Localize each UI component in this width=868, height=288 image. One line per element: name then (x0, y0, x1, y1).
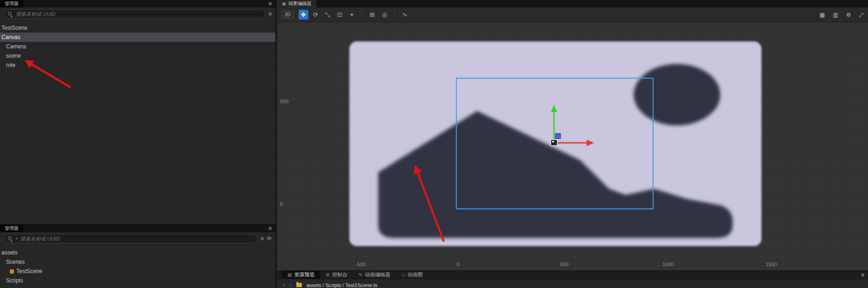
scene-tab-label: 场景编辑器 (288, 0, 312, 7)
hierarchy-tab-label: 管理器 (5, 0, 19, 7)
hierarchy-search-box[interactable] (4, 9, 265, 19)
left-panel: 管理器 ≡ ≡ TestScene Canvas Camera scene (0, 0, 276, 288)
search-filter-dropdown-icon[interactable]: ▾ (16, 237, 18, 241)
node-label: role (6, 62, 15, 68)
animation-graph-icon: ◇ (401, 272, 405, 277)
assets-panel: 管理器 ≡ ▾ ≡ ⟳ assets Scenes TestScene (0, 224, 275, 285)
tree-node-scene[interactable]: scene (0, 51, 275, 60)
gizmo-x-arrowhead (587, 140, 594, 146)
back-icon[interactable]: ‹ (283, 283, 285, 288)
anchor-icon: ⌖ (350, 11, 354, 18)
hierarchy-tab[interactable]: 管理器 (0, 0, 23, 7)
pivot-icon: ◎ (382, 11, 387, 18)
move-icon: ✥ (301, 11, 306, 18)
scene-tabstrip: ▣ 场景编辑器 (277, 0, 868, 7)
breadcrumb: ‹ › assets / Scripts / Test1Scene.ts (277, 279, 868, 288)
gizmo-y-arrowhead (551, 105, 557, 112)
tree-node-role[interactable]: role (0, 60, 275, 70)
rect-transform-icon: ⊡ (337, 11, 342, 18)
search-icon (8, 236, 13, 241)
assets-tab-label: 管理器 (5, 225, 19, 232)
scene-file-icon (10, 269, 14, 274)
tab-console[interactable]: ≣ 控制台 (320, 271, 353, 279)
node-label: TestScene (16, 268, 42, 275)
tab-label: 控制台 (332, 271, 347, 278)
tab-animation-graph[interactable]: ◇ 动画图 (396, 271, 428, 279)
ruler-label-y: 500 (280, 99, 288, 104)
animation-editor-icon: ✎ (359, 272, 362, 277)
curve-tool-button[interactable]: ∿ (400, 10, 410, 20)
tree-node-camera[interactable]: Camera (0, 42, 275, 51)
breadcrumb-path[interactable]: assets / Scripts / Test1Scene.ts (307, 282, 378, 288)
assets-search-row: ▾ ≡ ⟳ (0, 232, 275, 245)
fullscreen-icon[interactable]: ⤢ (859, 12, 863, 18)
scene-toolbar: 2D ✥ ⟳ ⤡ ⊡ ⌖ ⊞ ◎ ∿ ▦ ▥ ⚙ ⤢ (277, 7, 868, 22)
hierarchy-search-row: ≡ (0, 7, 275, 20)
assets-menu-icon[interactable]: ≡ (268, 225, 272, 232)
tab-asset-preview[interactable]: ▧ 资源预览 (282, 271, 320, 279)
assets-search-input[interactable] (20, 236, 253, 241)
asset-node-testscene[interactable]: TestScene (0, 267, 275, 276)
gear-icon[interactable]: ⚙ (846, 12, 851, 18)
assets-list-icon[interactable]: ≡ (260, 236, 264, 241)
curve-icon: ∿ (402, 11, 407, 18)
move-gizmo[interactable] (507, 87, 601, 152)
tab-label: 动画编辑器 (365, 271, 390, 278)
node-anchor-icon (551, 140, 557, 146)
hierarchy-panel: 管理器 ≡ ≡ TestScene Canvas Camera scene (0, 0, 275, 70)
ruler-label-x: 1000 (662, 261, 674, 267)
grid-visibility-icon[interactable]: ▦ (820, 12, 825, 18)
ruler-label-x: -500 (355, 261, 366, 267)
tab-label: 动画图 (407, 271, 423, 278)
hierarchy-tree: TestScene Canvas Camera scene role (0, 23, 275, 70)
tree-node-canvas[interactable]: Canvas (0, 33, 275, 42)
scene-viewport[interactable]: 500 0 -500 0 500 1000 1500 (277, 22, 868, 270)
scene-editor-panel: ▣ 场景编辑器 2D ✥ ⟳ ⤡ ⊡ ⌖ ⊞ ◎ ∿ ▦ (277, 0, 868, 288)
bottom-tabstrip: ▧ 资源预览 ≣ 控制台 ✎ 动画编辑器 ◇ 动画图 ≡ (277, 270, 868, 279)
ruler-label-x: 0 (457, 261, 460, 267)
node-label: Scenes (6, 259, 25, 265)
tab-label: 资源预览 (294, 271, 314, 278)
rect-tool-button[interactable]: ⊡ (335, 10, 345, 20)
node-label: Scripts (6, 277, 23, 284)
refresh-icon[interactable]: ⟳ (267, 236, 272, 241)
node-label: scene (6, 53, 21, 59)
pivot-toggle-button[interactable]: ◎ (380, 10, 389, 20)
folder-icon (296, 283, 302, 287)
assets-tab[interactable]: 管理器 (0, 225, 23, 232)
camera-preview-icon[interactable]: ▥ (833, 12, 838, 18)
move-tool-button[interactable]: ✥ (299, 10, 308, 20)
assets-search-box[interactable]: ▾ (4, 234, 257, 243)
mode-2d-button[interactable]: 2D (282, 11, 294, 19)
tab-scene-editor[interactable]: ▣ 场景编辑器 (277, 0, 316, 7)
scene-tab-icon: ▣ (282, 1, 286, 6)
hierarchy-tabstrip: 管理器 ≡ (0, 0, 275, 7)
scale-tool-button[interactable]: ⤡ (323, 10, 333, 20)
gizmo-plane-handle[interactable] (555, 134, 561, 139)
node-label: Canvas (1, 34, 20, 40)
snap-icon: ⊞ (370, 11, 375, 18)
tab-animation-editor[interactable]: ✎ 动画编辑器 (353, 271, 396, 279)
asset-node-assets[interactable]: assets (0, 248, 275, 257)
hierarchy-menu-icon[interactable]: ≡ (268, 0, 272, 7)
node-label: assets (1, 249, 18, 256)
ruler-label-x: 500 (560, 261, 568, 267)
ruler-label-y: 0 (280, 201, 283, 207)
bottom-menu-icon[interactable]: ≡ (861, 271, 864, 279)
rotate-tool-button[interactable]: ⟳ (311, 10, 320, 20)
hierarchy-list-icon[interactable]: ≡ (268, 11, 272, 17)
console-icon: ≣ (326, 272, 329, 277)
search-icon (8, 12, 13, 17)
asset-node-scenes[interactable]: Scenes (0, 257, 275, 267)
node-label: TestScene (1, 25, 27, 31)
node-label: Camera (6, 43, 26, 50)
rotate-icon: ⟳ (313, 11, 318, 18)
tree-node-testscene[interactable]: TestScene (0, 23, 275, 33)
hierarchy-search-input[interactable] (16, 11, 261, 17)
snap-tool-button[interactable]: ⊞ (367, 10, 377, 20)
asset-node-scripts[interactable]: Scripts (0, 276, 275, 285)
anchor-tool-button[interactable]: ⌖ (347, 10, 357, 20)
forward-icon[interactable]: › (289, 283, 291, 288)
toolbar-separator (362, 12, 362, 18)
assets-tabstrip: 管理器 ≡ (0, 225, 275, 232)
